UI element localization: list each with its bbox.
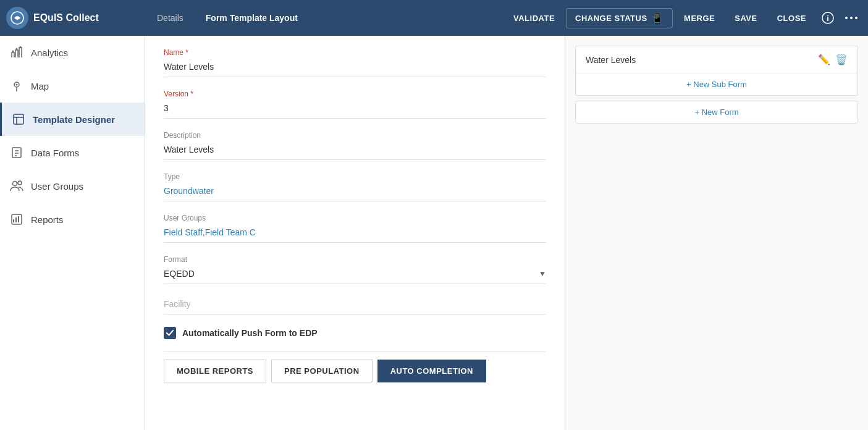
water-levels-card-title: Water Levels [586, 55, 636, 65]
info-icon[interactable]: i [817, 7, 838, 28]
user-groups-label: User Groups [31, 181, 83, 192]
name-value: Water Levels [164, 59, 546, 77]
tab-details[interactable]: Details [147, 8, 193, 28]
main-layout: Analytics Map Template Designer [0, 36, 868, 430]
auto-completion-button[interactable]: AUTO COMPLETION [377, 360, 486, 382]
type-value: Groundwater [164, 183, 546, 201]
version-label: Version * [164, 90, 546, 98]
description-field-group: Description Water Levels [164, 131, 546, 160]
svg-point-6 [12, 51, 14, 53]
version-value: 3 [164, 101, 546, 119]
svg-rect-11 [14, 114, 23, 124]
sidebar-item-reports[interactable]: Reports [0, 203, 145, 236]
header-nav: Details Form Template Layout [147, 8, 500, 28]
change-status-label: CHANGE STATUS [575, 14, 647, 23]
map-icon [10, 79, 23, 93]
water-levels-card: Water Levels ✏️ 🗑️ + New Sub Form [575, 46, 858, 96]
reports-label: Reports [31, 214, 64, 225]
sidebar-item-user-groups[interactable]: User Groups [0, 169, 145, 203]
data-forms-label: Data Forms [31, 148, 79, 158]
sidebar-item-data-forms[interactable]: Data Forms [0, 136, 145, 169]
user-groups-field-group: User Groups Field Staff,Field Team C [164, 214, 546, 243]
card-actions: ✏️ 🗑️ [818, 54, 848, 65]
sidebar-item-template-designer[interactable]: Template Designer [0, 103, 145, 136]
new-sub-form-button[interactable]: + New Sub Form [576, 74, 857, 95]
svg-point-5 [855, 17, 857, 19]
analytics-icon [10, 46, 23, 59]
template-designer-label: Template Designer [33, 114, 115, 125]
save-button[interactable]: SAVE [726, 10, 765, 27]
form-panel: Name * Water Levels Version * 3 Descript… [145, 36, 565, 430]
format-field-group: Format EQEDD ▼ [164, 255, 546, 284]
right-panel: Water Levels ✏️ 🗑️ + New Sub Form + New … [565, 36, 868, 430]
change-status-icon: 📱 [651, 12, 664, 24]
format-dropdown-arrow: ▼ [539, 269, 546, 278]
bottom-buttons: MOBILE REPORTS PRE POPULATION AUTO COMPL… [164, 352, 546, 382]
merge-button[interactable]: MERGE [675, 10, 723, 27]
mobile-reports-button[interactable]: MOBILE REPORTS [164, 360, 266, 382]
app-title: EQuIS Collect [33, 12, 99, 23]
validate-button[interactable]: VALIDATE [505, 10, 563, 27]
svg-point-18 [13, 182, 17, 186]
data-forms-icon [10, 146, 23, 159]
description-value: Water Levels [164, 142, 546, 160]
user-groups-icon [10, 179, 23, 193]
sidebar: Analytics Map Template Designer [0, 36, 145, 430]
sidebar-item-map[interactable]: Map [0, 69, 145, 103]
name-label: Name * [164, 48, 546, 57]
edit-icon[interactable]: ✏️ [818, 54, 830, 65]
description-label: Description [164, 131, 546, 140]
facility-field-group: Facility [164, 297, 546, 314]
delete-icon[interactable]: 🗑️ [835, 54, 848, 65]
svg-point-7 [16, 48, 18, 50]
svg-point-19 [18, 181, 22, 185]
svg-point-4 [850, 17, 853, 19]
type-label: Type [164, 172, 546, 181]
svg-point-10 [16, 84, 18, 86]
new-form-button[interactable]: + New Form [575, 101, 858, 124]
tab-form-template-layout[interactable]: Form Template Layout [196, 8, 308, 28]
format-select[interactable]: EQEDD ▼ [164, 266, 546, 284]
auto-push-checkbox[interactable] [164, 327, 176, 339]
auto-push-row: Automatically Push Form to EDP [164, 327, 546, 339]
app-logo-icon [6, 7, 28, 29]
close-button[interactable]: CLOSE [769, 10, 815, 27]
sidebar-item-analytics[interactable]: Analytics [0, 36, 145, 69]
name-field-group: Name * Water Levels [164, 48, 546, 77]
format-label: Format [164, 255, 546, 264]
header-actions: VALIDATE CHANGE STATUS 📱 MERGE SAVE CLOS… [505, 7, 862, 28]
template-designer-icon [12, 112, 25, 126]
facility-placeholder[interactable]: Facility [164, 297, 546, 314]
change-status-button[interactable]: CHANGE STATUS 📱 [566, 8, 673, 28]
type-field-group: Type Groundwater [164, 172, 546, 201]
map-label: Map [31, 81, 49, 91]
auto-push-label: Automatically Push Form to EDP [182, 328, 318, 338]
version-field-group: Version * 3 [164, 90, 546, 119]
format-value: EQEDD [164, 269, 195, 279]
svg-text:i: i [827, 14, 829, 23]
pre-population-button[interactable]: PRE POPULATION [271, 360, 373, 382]
analytics-label: Analytics [31, 48, 68, 58]
more-options-icon[interactable] [841, 7, 862, 28]
content-area: Name * Water Levels Version * 3 Descript… [145, 36, 868, 430]
logo-area: EQuIS Collect [6, 7, 142, 29]
user-groups-label: User Groups [164, 214, 546, 222]
user-groups-value: Field Staff,Field Team C [164, 225, 546, 243]
reports-icon [10, 213, 23, 226]
svg-point-3 [845, 17, 848, 19]
top-header: EQuIS Collect Details Form Template Layo… [0, 0, 868, 36]
water-levels-card-header: Water Levels ✏️ 🗑️ [576, 46, 857, 74]
